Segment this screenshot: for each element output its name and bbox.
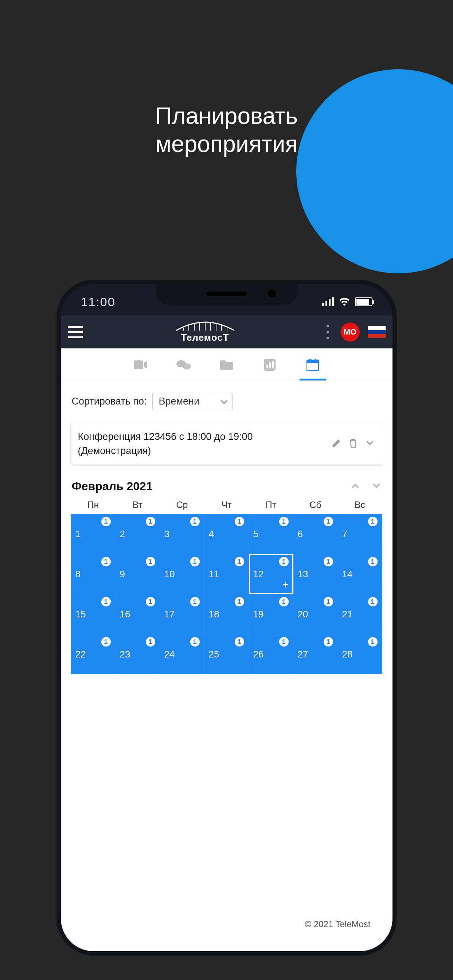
calendar-day[interactable]: 251 bbox=[205, 634, 249, 674]
day-badge: 1 bbox=[235, 637, 244, 646]
sort-select-value: Времени bbox=[159, 396, 199, 407]
avatar[interactable]: МО bbox=[341, 323, 360, 342]
folder-icon bbox=[220, 360, 233, 370]
edit-button[interactable] bbox=[331, 438, 342, 449]
calendar-day[interactable]: 101 bbox=[160, 554, 205, 594]
svg-rect-9 bbox=[134, 360, 143, 369]
day-number: 12 bbox=[253, 568, 264, 579]
calendar-day[interactable]: 121+ bbox=[249, 554, 293, 594]
day-badge: 1 bbox=[146, 517, 155, 526]
tab-files[interactable] bbox=[216, 354, 238, 376]
calendar-day[interactable]: 41 bbox=[205, 514, 249, 554]
svg-rect-18 bbox=[309, 359, 310, 361]
day-badge: 1 bbox=[101, 517, 111, 526]
day-number: 15 bbox=[75, 608, 86, 620]
day-number: 9 bbox=[120, 568, 125, 579]
menu-button[interactable] bbox=[64, 320, 87, 344]
day-number: 11 bbox=[209, 568, 219, 579]
day-badge: 1 bbox=[279, 597, 289, 606]
svg-rect-14 bbox=[269, 363, 271, 369]
calendar-day[interactable]: 71 bbox=[338, 514, 382, 554]
phone-frame: 11:00 bbox=[61, 284, 393, 951]
day-badge: 1 bbox=[235, 597, 244, 606]
signal-icon bbox=[322, 298, 334, 306]
day-number: 13 bbox=[298, 568, 308, 579]
sort-select[interactable]: Времени bbox=[153, 392, 232, 411]
event-card[interactable]: Конференция 123456 с 18:00 до 19:00 (Дем… bbox=[70, 422, 383, 466]
month-label: Февраль 2021 bbox=[72, 480, 153, 493]
language-flag[interactable] bbox=[368, 326, 386, 338]
day-badge: 1 bbox=[368, 557, 378, 566]
day-badge: 1 bbox=[146, 557, 155, 566]
dow-label: Вт bbox=[116, 500, 160, 510]
more-button[interactable] bbox=[323, 325, 333, 339]
page-title-line2: мероприятия bbox=[0, 130, 453, 158]
calendar-icon bbox=[307, 359, 319, 371]
calendar-day[interactable]: 171 bbox=[160, 594, 205, 634]
svg-point-11 bbox=[183, 363, 191, 369]
calendar-day[interactable]: 31 bbox=[160, 514, 205, 554]
calendar-day[interactable]: 11 bbox=[71, 514, 116, 554]
app-header: ТелемосТ МО bbox=[61, 316, 393, 348]
tab-stats[interactable] bbox=[259, 354, 281, 376]
calendar-day[interactable]: 131 bbox=[293, 554, 338, 594]
tab-calendar[interactable] bbox=[302, 354, 324, 376]
tab-video[interactable] bbox=[130, 354, 152, 376]
sort-row: Сортировать по: Времени bbox=[61, 379, 393, 415]
day-badge: 1 bbox=[279, 557, 289, 566]
day-number: 16 bbox=[120, 608, 130, 620]
chevron-down-icon bbox=[221, 396, 228, 407]
calendar-day[interactable]: 161 bbox=[116, 594, 160, 634]
footer-copyright: © 2021 TeleMost bbox=[305, 919, 370, 929]
calendar-day[interactable]: 261 bbox=[249, 634, 293, 674]
calendar-day[interactable]: 281 bbox=[338, 634, 382, 674]
calendar-day[interactable]: 61 bbox=[293, 514, 338, 554]
day-badge: 1 bbox=[190, 517, 200, 526]
dow-label: Пн bbox=[71, 500, 116, 510]
calendar-day[interactable]: 271 bbox=[293, 634, 338, 674]
calendar-day[interactable]: 211 bbox=[338, 594, 382, 634]
status-bar: 11:00 bbox=[61, 291, 393, 313]
calendar-day[interactable]: 231 bbox=[116, 634, 160, 674]
day-badge: 1 bbox=[190, 637, 200, 646]
day-number: 7 bbox=[342, 528, 347, 539]
day-badge: 1 bbox=[101, 557, 111, 566]
calendar-day[interactable]: 21 bbox=[116, 514, 160, 554]
brand-logo[interactable]: ТелемосТ bbox=[90, 321, 320, 343]
expand-button[interactable] bbox=[364, 438, 375, 449]
trash-icon bbox=[349, 438, 358, 450]
calendar-day[interactable]: 51 bbox=[249, 514, 293, 554]
calendar-day[interactable]: 181 bbox=[205, 594, 249, 634]
status-time: 11:00 bbox=[81, 295, 116, 309]
day-number: 20 bbox=[298, 608, 308, 620]
page-title: Планировать мероприятия bbox=[0, 102, 453, 158]
calendar-day[interactable]: 221 bbox=[71, 634, 116, 674]
delete-button[interactable] bbox=[348, 438, 359, 449]
calendar-day[interactable]: 91 bbox=[116, 554, 160, 594]
page-title-line1: Планировать bbox=[155, 103, 298, 129]
month-header: Февраль 2021 bbox=[61, 466, 393, 498]
dow-label: Ср bbox=[160, 500, 205, 510]
month-prev-button[interactable] bbox=[350, 481, 361, 492]
calendar-day[interactable]: 81 bbox=[71, 554, 116, 594]
chevron-up-icon bbox=[352, 483, 359, 490]
decor-circle bbox=[296, 69, 453, 273]
month-next-button[interactable] bbox=[371, 481, 381, 492]
calendar-day[interactable]: 151 bbox=[71, 594, 116, 634]
tab-chat[interactable] bbox=[173, 354, 195, 376]
calendar-day[interactable]: 201 bbox=[293, 594, 338, 634]
day-badge: 1 bbox=[368, 597, 378, 606]
calendar-day[interactable]: 111 bbox=[205, 554, 249, 594]
svg-rect-15 bbox=[272, 361, 274, 369]
calendar-day[interactable]: 141 bbox=[338, 554, 382, 594]
day-number: 10 bbox=[164, 568, 175, 579]
bridge-icon bbox=[176, 321, 234, 331]
day-number: 3 bbox=[164, 528, 170, 539]
calendar-day[interactable]: 241 bbox=[160, 634, 205, 674]
calendar-day[interactable]: 191 bbox=[249, 594, 293, 634]
day-number: 2 bbox=[120, 528, 125, 539]
app-screen: Сортировать по: Времени Конференция 1234… bbox=[61, 348, 393, 951]
calendar: ПнВтСрЧтПтСбВс 1121314151617181911011111… bbox=[71, 498, 382, 674]
day-number: 1 bbox=[75, 528, 81, 539]
pencil-icon bbox=[332, 438, 341, 449]
